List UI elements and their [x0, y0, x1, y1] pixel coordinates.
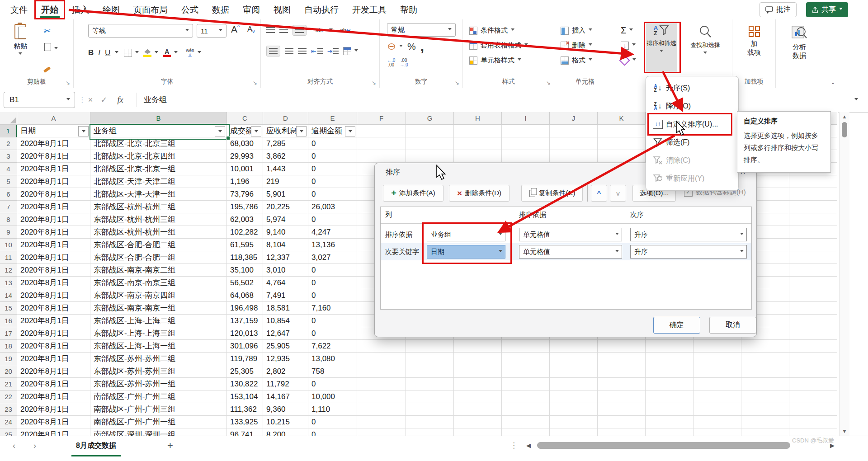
cell[interactable]: 业务组 — [90, 125, 227, 137]
share-button[interactable]: 共享 — [806, 2, 848, 17]
cell[interactable]: 0 — [308, 213, 357, 226]
cell[interactable]: 南部战区-广州-广州二组 — [90, 390, 227, 403]
cell[interactable]: 120,013 — [227, 327, 263, 340]
cell[interactable]: 64,068 — [227, 289, 263, 302]
cell[interactable] — [693, 416, 741, 428]
cell[interactable]: 12,935 — [263, 353, 308, 365]
align-right-button[interactable] — [298, 48, 307, 54]
cell[interactable]: 2020年8月1日 — [17, 289, 90, 302]
delete-cells-button[interactable]: 删除 — [561, 38, 592, 53]
cell[interactable] — [789, 277, 837, 289]
cell[interactable] — [454, 378, 502, 390]
cell[interactable] — [502, 150, 550, 163]
cell[interactable]: 2020年8月1日 — [17, 251, 90, 264]
scroll-down-icon[interactable]: ▼ — [840, 428, 849, 434]
cell[interactable]: 14,167 — [263, 390, 308, 403]
cell[interactable] — [454, 390, 502, 403]
scroll-left-icon[interactable]: ◀ — [526, 436, 531, 455]
align-center-button[interactable] — [285, 48, 293, 54]
cell[interactable]: 118,385 — [227, 251, 263, 264]
cell[interactable] — [357, 353, 406, 365]
cell[interactable]: 195,786 — [227, 201, 263, 213]
expand-formula-bar-icon[interactable] — [854, 98, 858, 102]
cell[interactable] — [646, 365, 693, 378]
insert-function-button[interactable]: fx — [112, 92, 128, 108]
cell[interactable]: 12,337 — [263, 251, 308, 264]
cell[interactable]: 0 — [308, 378, 357, 390]
cell[interactable]: 2020年8月1日 — [17, 403, 90, 416]
conditional-formatting-button[interactable]: 条件格式 — [469, 23, 528, 38]
cell[interactable] — [550, 416, 598, 428]
column-header-J[interactable]: J — [550, 112, 598, 125]
cell[interactable] — [598, 403, 646, 416]
insert-cells-button[interactable]: 插入 — [561, 23, 592, 38]
cell[interactable]: 2020年8月1日 — [17, 150, 90, 163]
cell[interactable]: 2020年8月1日 — [17, 365, 90, 378]
menu-tab-5[interactable]: 公式 — [175, 0, 205, 19]
criteria-sorton-combo-0[interactable]: 单元格值 — [519, 228, 622, 241]
scroll-up-icon[interactable]: ▲ — [840, 114, 849, 119]
cell[interactable] — [357, 340, 406, 353]
cell[interactable]: 29,993 — [227, 150, 263, 163]
filter-button[interactable] — [296, 126, 307, 136]
find-select-button[interactable]: 查找和选择 — [681, 25, 729, 56]
cell[interactable] — [357, 378, 406, 390]
menu-tab-1[interactable]: 开始 — [34, 0, 65, 19]
row-header-10[interactable]: 10 — [0, 239, 17, 251]
cell[interactable]: 2020年8月1日 — [17, 378, 90, 390]
criteria-sorton-combo-1[interactable]: 单元格值 — [519, 245, 622, 259]
cell[interactable]: 13,080 — [308, 353, 357, 365]
cell[interactable]: 北部战区-北京-北京三组 — [90, 137, 227, 150]
cell[interactable] — [693, 390, 741, 403]
column-header-G[interactable]: G — [406, 112, 454, 125]
row-header-14[interactable]: 14 — [0, 289, 17, 302]
cell[interactable] — [789, 390, 837, 403]
wrap-text-button[interactable]: ab↩ — [340, 27, 350, 33]
align-top-button[interactable] — [266, 27, 275, 33]
number-format-combo[interactable]: 常规 — [387, 23, 456, 37]
cell[interactable]: 2,802 — [263, 365, 308, 378]
cell[interactable] — [789, 353, 837, 365]
cell[interactable]: 逾期金额 — [308, 125, 357, 137]
cell[interactable]: 0 — [308, 137, 357, 150]
cell[interactable] — [550, 428, 598, 436]
format-cells-button[interactable]: 格式 — [561, 53, 592, 68]
cell[interactable]: 东部战区-苏州-苏州三组 — [90, 365, 227, 378]
cell[interactable] — [789, 416, 837, 428]
cell[interactable]: 25,905 — [263, 340, 308, 353]
italic-button[interactable]: I — [98, 48, 100, 57]
sort-filter-button[interactable]: AZ 排序和筛选 — [646, 25, 677, 54]
cell[interactable] — [693, 365, 741, 378]
cell[interactable] — [598, 378, 646, 390]
cell[interactable] — [406, 416, 454, 428]
cell[interactable]: 10,001 — [227, 163, 263, 175]
cell[interactable]: 3,862 — [263, 150, 308, 163]
cell[interactable]: 成交额 — [227, 125, 263, 137]
cell[interactable] — [598, 137, 646, 150]
dialog-launcher-icon[interactable]: ↘ — [372, 80, 376, 85]
row-header-3[interactable]: 3 — [0, 150, 17, 163]
borders-button[interactable] — [124, 49, 139, 57]
menu-tab-4[interactable]: 页面布局 — [127, 0, 175, 19]
accounting-format-button[interactable] — [387, 43, 403, 50]
format-as-table-button[interactable]: 套用表格格式 — [469, 38, 528, 53]
cell[interactable] — [646, 353, 693, 365]
cell[interactable] — [357, 416, 406, 428]
cell[interactable] — [741, 353, 789, 365]
cell[interactable]: 南部战区-广州-广州一组 — [90, 416, 227, 428]
cell[interactable] — [789, 175, 837, 188]
cell[interactable] — [406, 365, 454, 378]
menu-tab-8[interactable]: 视图 — [267, 0, 297, 19]
cell[interactable] — [598, 150, 646, 163]
cell[interactable] — [454, 403, 502, 416]
comma-style-button[interactable]: , — [420, 44, 424, 49]
cell[interactable] — [550, 378, 598, 390]
cell[interactable]: 北部战区-北京-北京四组 — [90, 150, 227, 163]
cell[interactable]: 137,159 — [227, 315, 263, 327]
cell[interactable] — [550, 390, 598, 403]
cell[interactable] — [741, 428, 789, 436]
cell[interactable]: 10,000 — [308, 390, 357, 403]
cell[interactable]: 2020年8月1日 — [17, 264, 90, 277]
cell[interactable]: 1,110 — [308, 403, 357, 416]
cell[interactable]: 25,305 — [227, 365, 263, 378]
